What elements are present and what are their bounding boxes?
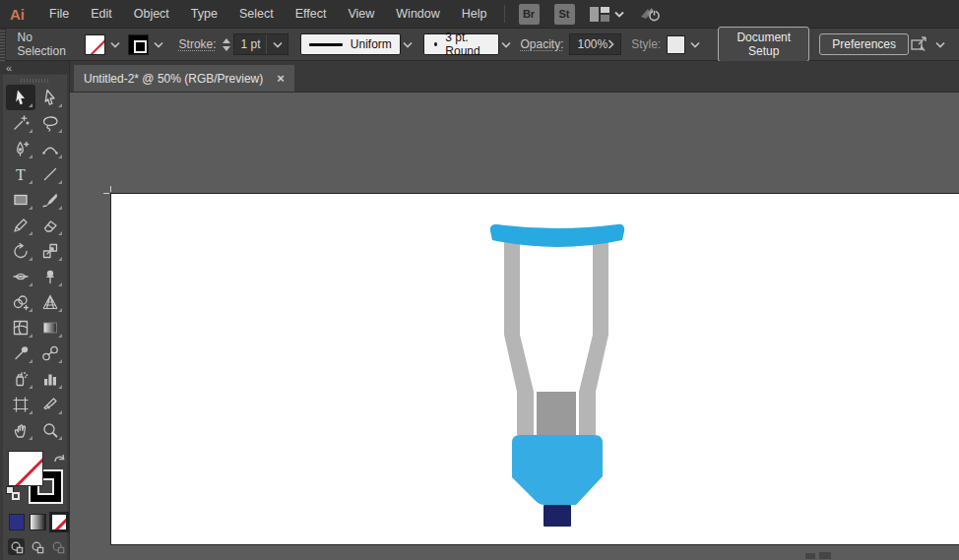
crutch-artwork[interactable] [487,218,627,529]
canvas-pasteboard[interactable] [70,93,959,559]
pen-tool[interactable] [6,136,35,161]
stroke-weight-value[interactable]: 1 pt [241,37,261,51]
eraser-tool[interactable] [35,213,65,238]
crutch-tip[interactable] [543,505,571,527]
width-profile-chevron[interactable] [401,33,415,55]
crutch-grip[interactable] [512,435,603,505]
document-tab-title[interactable]: Untitled-2* @ 50% (RGB/Preview) [84,72,263,86]
column-graph-tool[interactable] [35,366,65,392]
stepper-down-icon[interactable] [223,46,230,51]
gradient-button[interactable] [30,514,45,530]
menu-item-help[interactable]: Help [451,0,498,28]
sync-settings[interactable] [638,5,662,23]
bridge-button[interactable]: Br [519,4,540,25]
slice-tool[interactable] [35,392,65,417]
touch-workspace-control[interactable] [909,35,945,53]
mesh-tool[interactable] [6,315,35,341]
stock-button[interactable]: St [554,4,575,25]
style-control[interactable] [667,35,700,54]
chevron-down-icon[interactable] [154,41,163,48]
preferences-button[interactable]: Preferences [819,33,909,55]
chevron-right-icon[interactable] [607,39,614,49]
menu-item-object[interactable]: Object [123,0,180,28]
crutch-inner-post[interactable] [537,392,576,437]
menu-items: FileEditObjectTypeSelectEffectViewWindow… [38,0,498,28]
default-fill-stroke-icon[interactable] [6,486,20,500]
shape-builder-tool[interactable] [6,289,35,315]
lasso-tool[interactable] [35,110,65,136]
curvature-tool[interactable] [35,136,65,161]
brush-preview-dot [434,42,437,46]
stroke-color-swatch[interactable] [128,34,149,55]
draw-normal-button[interactable] [8,538,25,555]
magic-wand-tool[interactable] [6,110,35,136]
puppet-warp-icon [41,268,59,285]
zoom-tool[interactable] [35,417,65,443]
type-tool[interactable]: T [6,161,35,187]
crop-mark [103,193,109,194]
fill-control[interactable] [85,34,120,55]
menu-item-file[interactable]: File [38,0,80,28]
artboard-tool[interactable] [6,392,35,417]
width-profile-dropdown[interactable]: Uniform [300,33,401,55]
opacity-value[interactable]: 100% [577,37,607,51]
brush-definition-chevron[interactable] [499,33,513,55]
chevron-down-icon [273,41,283,48]
none-button[interactable] [51,514,67,530]
curvature-icon [41,140,59,157]
draw-behind-button[interactable] [29,538,45,555]
shaper-tool[interactable] [6,213,35,238]
document-tab[interactable]: Untitled-2* @ 50% (RGB/Preview) × [74,65,294,92]
menu-item-window[interactable]: Window [385,0,450,28]
panel-grip-handle[interactable] [21,79,50,83]
stroke-weight-stepper[interactable] [223,38,230,51]
rotate-tool[interactable] [6,238,35,264]
menu-item-type[interactable]: Type [180,0,228,28]
brush-definition-dropdown[interactable]: 3 pt. Round [423,33,499,55]
opacity-label[interactable]: Opacity: [520,37,563,51]
gradient-tool[interactable] [35,315,65,341]
menu-item-view[interactable]: View [337,0,385,28]
workspace-switcher[interactable] [590,7,624,22]
symbol-sprayer-tool[interactable] [6,366,35,392]
document-setup-button[interactable]: Document Setup [718,27,809,62]
blend-tool[interactable] [35,341,65,366]
stroke-weight-field[interactable]: 1 pt [233,33,288,55]
puppet-warp-tool[interactable] [35,264,65,289]
draw-inside-button[interactable] [50,538,67,555]
swap-fill-stroke-icon[interactable] [53,451,66,468]
crutch-left-leg[interactable] [504,238,534,435]
tab-close-icon[interactable]: × [277,71,285,86]
color-button[interactable] [9,514,25,530]
paintbrush-tool[interactable] [35,187,65,213]
perspective-grid-tool[interactable] [35,289,65,315]
stepper-up-icon[interactable] [223,38,230,43]
chevron-down-icon[interactable] [690,41,700,48]
column-graph-icon [41,370,59,388]
eyedropper-tool[interactable] [6,341,35,366]
cropped-ui-artifact [819,552,831,559]
menu-item-effect[interactable]: Effect [285,0,338,28]
rectangle-tool[interactable] [6,187,35,213]
crutch-right-leg[interactable] [579,238,608,435]
chevron-down-icon[interactable] [110,41,120,48]
width-tool[interactable] [6,264,35,289]
stroke-weight-dropdown[interactable] [266,34,283,54]
selection-tool[interactable] [6,85,35,110]
fill-none-swatch[interactable] [85,34,105,55]
style-swatch[interactable] [667,35,685,54]
draw-inside-icon [51,540,65,554]
hand-tool[interactable] [6,417,35,443]
opacity-field[interactable]: 100% [569,33,621,55]
direct-selection-tool[interactable] [35,85,65,110]
line-segment-tool[interactable] [35,161,65,187]
menu-item-edit[interactable]: Edit [80,0,123,28]
stroke-color-control[interactable] [128,34,163,55]
panel-drag-handle[interactable] [0,29,6,61]
fill-indicator-none[interactable] [8,451,43,486]
artboard[interactable] [111,194,959,544]
menu-item-select[interactable]: Select [228,0,285,28]
collapse-panel-button[interactable]: « [6,62,12,74]
scale-tool[interactable] [35,238,65,264]
stroke-label[interactable]: Stroke: [179,37,217,51]
